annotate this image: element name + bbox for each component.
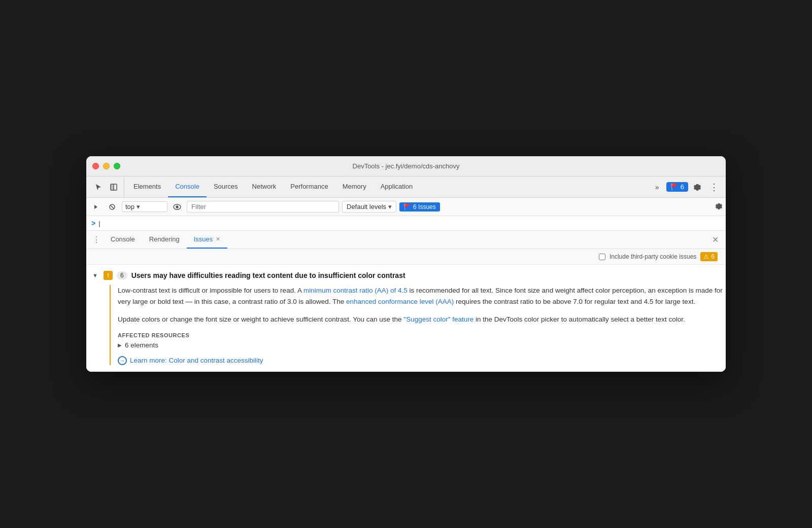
levels-dropdown[interactable]: Default levels ▾ (342, 201, 396, 213)
issue-chevron-icon: ▼ (92, 272, 99, 278)
tab-network[interactable]: Network (245, 177, 284, 197)
warning-count-badge: ⚠ 6 (700, 252, 718, 261)
affected-resources-title: AFFECTED RESOURCES (118, 332, 726, 338)
issue-warning-icon: ! (104, 271, 113, 280)
tab-console[interactable]: Console (168, 177, 207, 197)
tab-elements[interactable]: Elements (126, 177, 168, 197)
toolbar-left-icons (88, 177, 124, 197)
maximize-button[interactable] (114, 163, 120, 169)
issues-count-badge[interactable]: 🚩 6 Issues (399, 202, 440, 212)
settings-button[interactable] (690, 180, 704, 194)
bottom-tab-rendering[interactable]: Rendering (142, 231, 187, 249)
window-title: DevTools - jec.fyi/demo/cds-anchovy (353, 162, 460, 170)
toolbar-right: » 🚩 6 ⋮ (647, 177, 724, 197)
tab-sources[interactable]: Sources (207, 177, 245, 197)
elements-arrow-icon: ▶ (118, 342, 122, 348)
tab-performance[interactable]: Performance (283, 177, 335, 197)
console-bar: top ▾ Default levels ▾ 🚩 6 Issues (86, 198, 726, 216)
console-prompt: > (91, 219, 95, 227)
devtools-content: Include third-party cookie issues ⚠ 6 ▼ … (86, 249, 726, 372)
issue-description-2: Update colors or change the font size or… (118, 314, 726, 325)
console-settings-button[interactable] (715, 202, 723, 212)
minimize-button[interactable] (103, 163, 110, 169)
tab-application[interactable]: Application (374, 177, 420, 197)
tab-memory[interactable]: Memory (335, 177, 374, 197)
issue-description-1: Low-contrast text is difficult or imposs… (118, 285, 726, 307)
cursor-tool-button[interactable] (91, 180, 106, 194)
third-party-label: Include third-party cookie issues (610, 253, 696, 260)
issue-item: ▼ ! 6 Users may have difficulties readin… (86, 265, 726, 372)
context-selector[interactable]: top ▾ (122, 201, 167, 212)
devtools-window: DevTools - jec.fyi/demo/cds-anchovy Elem… (86, 156, 726, 372)
bottom-panel-close-button[interactable]: ✕ (708, 235, 723, 244)
affected-elements-row[interactable]: ▶ 6 elements (118, 341, 726, 349)
learn-more-circle-icon: → (118, 356, 127, 365)
issue-header[interactable]: ▼ ! 6 Users may have difficulties readin… (92, 271, 726, 280)
learn-more-link[interactable]: → Learn more: Color and contrast accessi… (118, 356, 726, 365)
toolbar-tabs: Elements Console Sources Network Perform… (126, 177, 647, 197)
issue-count-badge: 6 (117, 271, 127, 279)
title-bar: DevTools - jec.fyi/demo/cds-anchovy (86, 156, 726, 177)
traffic-lights (92, 163, 120, 169)
issues-tab-close[interactable]: ✕ (216, 236, 220, 242)
console-input-line: > | (86, 216, 726, 231)
min-contrast-link[interactable]: minimum contrast ratio (AA) of 4.5 (303, 287, 408, 294)
svg-point-7 (176, 206, 178, 208)
suggest-color-link[interactable]: "Suggest color" feature (403, 315, 473, 323)
bottom-tab-issues[interactable]: Issues ✕ (187, 231, 228, 249)
filter-input[interactable] (187, 201, 339, 213)
svg-rect-1 (111, 184, 114, 190)
issue-body: Low-contrast text is difficult or imposs… (110, 285, 726, 365)
close-button[interactable] (92, 163, 99, 169)
svg-marker-3 (94, 205, 97, 209)
console-block-button[interactable] (106, 200, 119, 214)
issue-title: Users may have difficulties reading text… (131, 271, 405, 279)
affected-elements-label: 6 elements (125, 341, 158, 349)
bottom-tabs-menu[interactable]: ⋮ (89, 235, 104, 244)
enhanced-conformance-link[interactable]: enhanced conformance level (AAA) (346, 298, 454, 305)
third-party-checkbox[interactable] (599, 254, 605, 260)
kebab-menu-button[interactable]: ⋮ (706, 180, 721, 194)
eye-button[interactable] (171, 200, 184, 214)
bottom-tab-console[interactable]: Console (104, 231, 142, 249)
issues-badge[interactable]: 🚩 6 (666, 182, 688, 192)
devtools-toolbar: Elements Console Sources Network Perform… (86, 177, 726, 198)
more-tabs-button[interactable]: » (650, 180, 664, 194)
console-expand-button[interactable] (89, 200, 103, 214)
console-cursor: | (98, 220, 100, 227)
third-party-bar: Include third-party cookie issues ⚠ 6 (86, 249, 726, 265)
bottom-tabs-bar: ⋮ Console Rendering Issues ✕ ✕ (86, 231, 726, 249)
svg-line-5 (111, 205, 114, 208)
dock-button[interactable] (107, 180, 121, 194)
